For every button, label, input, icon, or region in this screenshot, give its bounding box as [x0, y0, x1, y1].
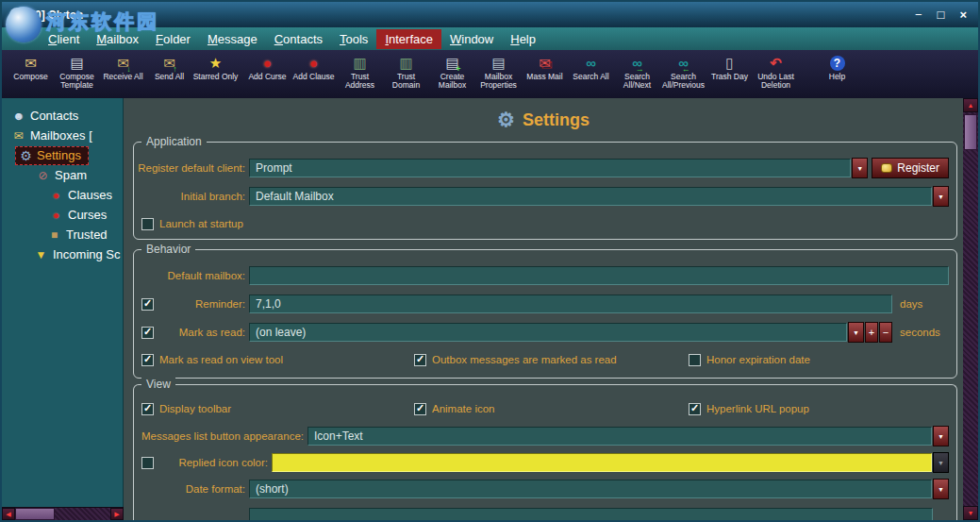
- scroll-down-button[interactable]: [963, 506, 978, 520]
- register-button[interactable]: Register: [872, 158, 949, 178]
- toolbar-search-all-next[interactable]: Search All/Next: [614, 53, 660, 96]
- sidebar-horizontal-scrollbar[interactable]: [2, 507, 124, 520]
- close-icon[interactable]: [959, 8, 967, 22]
- sidebar-item-curses[interactable]: Curses: [2, 205, 123, 225]
- date-format-select[interactable]: (short): [249, 480, 932, 498]
- contacts-icon: [11, 109, 25, 123]
- mark-as-read-checkbox[interactable]: [141, 327, 154, 339]
- chevron-down-icon: [938, 194, 944, 200]
- toolbar-mass-mail[interactable]: Mass Mail: [522, 53, 568, 96]
- chevron-down-icon: [938, 486, 944, 493]
- menu-message[interactable]: Message: [199, 29, 266, 49]
- register-default-client-label: Register default client:: [138, 162, 245, 174]
- replied-icon-color-checkbox[interactable]: [141, 457, 154, 469]
- date-format-label: Date format:: [186, 483, 245, 495]
- sidebar-item-contacts[interactable]: Contacts: [2, 106, 123, 126]
- sidebar-item-trusted[interactable]: Trusted: [2, 225, 123, 244]
- initial-branch-label: Initial branch:: [181, 191, 245, 202]
- menu-contacts[interactable]: Contacts: [266, 29, 331, 49]
- launch-at-startup-checkbox[interactable]: [141, 218, 154, 230]
- initial-branch-select[interactable]: Default Mailbox: [249, 187, 932, 206]
- toolbar-compose-template[interactable]: Compose Template: [54, 53, 100, 96]
- sidebar-item-clauses[interactable]: Clauses: [2, 185, 123, 205]
- initial-branch-dropdown-button[interactable]: [933, 186, 949, 207]
- toolbar-compose[interactable]: Compose: [8, 53, 54, 96]
- reminder-checkbox[interactable]: [141, 298, 154, 311]
- toolbar-trust-domain[interactable]: Trust Domain: [383, 53, 429, 96]
- appearance-dropdown-button[interactable]: [933, 426, 949, 446]
- default-mailbox-input[interactable]: [249, 266, 949, 285]
- animate-icon-checkbox[interactable]: [414, 403, 426, 415]
- scroll-right-button[interactable]: [110, 508, 124, 520]
- toolbar-search-all-previous[interactable]: Search All/Previous: [660, 53, 706, 96]
- toolbar-mailbox-properties[interactable]: Mailbox Properties: [475, 53, 522, 96]
- honor-expiration-checkbox[interactable]: [689, 354, 701, 366]
- sidebar-item-label: Trusted: [66, 227, 108, 242]
- toolbar-add-curse[interactable]: Add Curse: [244, 53, 291, 96]
- menu-window[interactable]: Window: [441, 29, 502, 49]
- toolbar-undo-last-deletion[interactable]: Undo Last Deletion: [753, 53, 799, 96]
- mark-as-read-select[interactable]: (on leave): [249, 323, 847, 342]
- sidebar-item-spam[interactable]: Spam: [2, 165, 123, 185]
- display-toolbar-checkbox[interactable]: [141, 403, 154, 415]
- scrollbar-track[interactable]: [963, 112, 978, 506]
- sidebar-item-incoming[interactable]: Incoming Sc: [2, 244, 123, 264]
- scrollbar-track[interactable]: [15, 508, 110, 520]
- toolbar-trust-address[interactable]: Trust Address: [337, 53, 383, 96]
- scrollbar-thumb[interactable]: [964, 114, 977, 150]
- vertical-scrollbar[interactable]: [963, 98, 978, 520]
- chevron-down-icon: [856, 165, 863, 172]
- toolbar-label: Undo Last Deletion: [753, 73, 799, 90]
- chevron-down-icon: [938, 460, 944, 466]
- scroll-left-button[interactable]: [2, 508, 15, 520]
- replied-icon-color-label: Replied icon color:: [178, 457, 268, 468]
- mark-as-read-dropdown-button[interactable]: [848, 322, 864, 343]
- mark-read-view-tool-checkbox[interactable]: [141, 354, 154, 366]
- toolbar-help[interactable]: Help: [814, 53, 860, 96]
- sidebar-item-label: Curses: [68, 208, 107, 222]
- clauses-icon: [49, 189, 63, 202]
- mark-read-decrease-button[interactable]: −: [879, 322, 892, 343]
- partial-field[interactable]: [249, 508, 933, 520]
- reminder-label: Reminder:: [195, 298, 245, 310]
- reminder-input[interactable]: 7,1,0: [249, 295, 892, 313]
- toolbar-create-mailbox[interactable]: Create Mailbox: [429, 53, 475, 96]
- toolbar-starred-only[interactable]: Starred Only: [192, 53, 239, 96]
- maximize-icon[interactable]: [938, 8, 945, 22]
- menu-interface[interactable]: Interface: [376, 29, 441, 49]
- date-format-dropdown-button[interactable]: [933, 479, 949, 499]
- messages-list-appearance-select[interactable]: Icon+Text: [307, 427, 932, 446]
- trash-day-icon: [725, 53, 733, 73]
- sidebar-item-label: Mailboxes [: [30, 128, 92, 143]
- menu-help[interactable]: Help: [502, 29, 544, 49]
- toolbar-receive-all[interactable]: Receive All: [100, 53, 146, 96]
- launch-at-startup-label: Launch at startup: [159, 218, 243, 229]
- replied-color-dropdown-button[interactable]: [933, 452, 949, 473]
- menu-tools[interactable]: Tools: [331, 29, 376, 49]
- toolbar-add-clause[interactable]: Add Clause: [291, 53, 337, 96]
- toolbar-label: Mailbox Properties: [475, 73, 522, 90]
- sidebar-item-label: Settings: [37, 148, 81, 162]
- behavior-group-legend: Behavior: [141, 243, 195, 256]
- sidebar-item-mailboxes[interactable]: Mailboxes [: [2, 126, 123, 145]
- toolbar-label: Help: [829, 73, 845, 81]
- messages-list-appearance-label: Messages list button appearance:: [141, 430, 304, 442]
- mark-read-increase-button[interactable]: +: [865, 322, 878, 343]
- mark-read-unit-label: seconds: [900, 327, 949, 338]
- toolbar-search-all[interactable]: Search All: [568, 53, 614, 96]
- minimize-icon[interactable]: [915, 8, 922, 22]
- toolbar-label: Trash Day: [711, 73, 748, 81]
- sidebar-item-settings[interactable]: Settings: [2, 145, 123, 165]
- register-client-dropdown-button[interactable]: [852, 158, 868, 178]
- toolbar-send-all[interactable]: Send All: [146, 53, 192, 96]
- outbox-marked-read-checkbox[interactable]: [414, 354, 426, 366]
- replied-icon-color-swatch[interactable]: [272, 453, 932, 472]
- incoming-filter-icon: [34, 248, 48, 261]
- toolbar-trash-day[interactable]: Trash Day: [706, 53, 753, 96]
- register-default-client-select[interactable]: Prompt: [249, 159, 851, 177]
- scrollbar-thumb[interactable]: [15, 508, 55, 520]
- hyperlink-popup-checkbox[interactable]: [689, 403, 701, 415]
- register-button-label: Register: [897, 161, 939, 175]
- curses-icon: [49, 209, 63, 222]
- scroll-up-button[interactable]: [963, 98, 978, 112]
